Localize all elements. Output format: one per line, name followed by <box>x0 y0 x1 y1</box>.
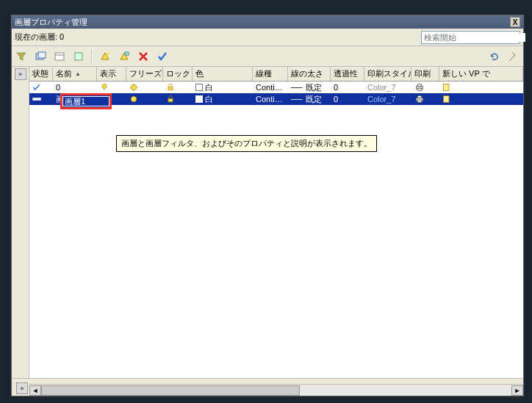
col-lineweight[interactable]: 線の太さ <box>288 67 331 81</box>
svg-rect-27 <box>417 96 421 98</box>
col-transparency[interactable]: 透過性 <box>331 67 364 81</box>
sort-asc-icon: ▲ <box>75 70 81 77</box>
col-linetype[interactable]: 線種 <box>253 67 288 81</box>
name-edit-input[interactable] <box>62 96 109 106</box>
plotstyle-cell[interactable]: Color_7 <box>364 95 411 104</box>
toolbar <box>12 46 523 67</box>
grid-body: 0 白 Conti… ──既定 0 Color_7 画層1 <box>29 81 523 378</box>
svg-point-7 <box>107 52 109 55</box>
freeze-cell[interactable] <box>126 83 163 92</box>
layer-filter-button[interactable] <box>72 50 85 63</box>
new-layer-button[interactable] <box>98 50 112 63</box>
titlebar: 画層プロパティ管理 X <box>12 15 523 29</box>
print-cell[interactable] <box>411 82 439 92</box>
svg-rect-16 <box>168 87 173 90</box>
color-name: 白 <box>205 94 213 105</box>
svg-rect-21 <box>33 98 41 101</box>
lock-cell[interactable] <box>163 83 193 92</box>
table-row[interactable]: 0 白 Conti… ──既定 0 Color_7 <box>29 81 523 93</box>
lw-label: 既定 <box>306 94 322 105</box>
col-newvp[interactable]: 新しい VP で <box>439 67 523 81</box>
col-color[interactable]: 色 <box>193 67 253 81</box>
freeze-cell[interactable] <box>126 95 163 104</box>
visible-cell[interactable] <box>97 83 126 92</box>
body: » 状態 名前▲ 表示 フリーズ ロック 色 線種 線の太さ 透過性 印刷スタイ… <box>12 67 523 378</box>
svg-rect-4 <box>55 53 64 60</box>
svg-point-9 <box>102 84 107 89</box>
name-edit-highlight <box>60 93 112 109</box>
color-cell[interactable]: 白 <box>193 82 253 93</box>
newvp-cell[interactable] <box>439 83 523 92</box>
linetype-cell[interactable]: Conti… <box>253 83 288 92</box>
lw-label: 既定 <box>306 82 322 93</box>
expand-footer-button[interactable]: » <box>16 382 28 394</box>
close-button[interactable]: X <box>510 17 520 27</box>
scroll-right-button[interactable]: ► <box>511 385 523 396</box>
svg-rect-25 <box>168 98 173 102</box>
new-group-button[interactable] <box>34 50 47 63</box>
horizontal-scrollbar[interactable]: ◄ ► <box>29 384 523 396</box>
svg-point-24 <box>131 96 137 102</box>
layer-properties-manager: 画層プロパティ管理 X 現在の画層: 0 » 状態 名前▲ 表示 <box>11 15 524 396</box>
layer-states-button[interactable] <box>53 50 66 63</box>
topbar: 現在の画層: 0 <box>12 29 523 46</box>
status-cell <box>29 95 53 104</box>
svg-rect-18 <box>417 84 421 87</box>
col-visible[interactable]: 表示 <box>97 67 126 81</box>
color-name: 白 <box>205 82 213 93</box>
transparency-cell[interactable]: 0 <box>331 83 364 92</box>
col-freeze[interactable]: フリーズ <box>126 67 163 81</box>
filter-column: » <box>12 67 29 378</box>
svg-rect-6 <box>75 53 82 60</box>
svg-rect-3 <box>38 52 46 58</box>
scroll-track[interactable] <box>41 385 511 396</box>
scroll-left-button[interactable]: ◄ <box>29 385 41 396</box>
window-title: 画層プロパティ管理 <box>15 17 87 28</box>
search-box[interactable] <box>421 31 520 44</box>
expand-filters-button[interactable]: » <box>15 68 26 80</box>
search-input[interactable] <box>424 33 525 42</box>
grid-header: 状態 名前▲ 表示 フリーズ ロック 色 線種 線の太さ 透過性 印刷スタイル … <box>29 67 523 81</box>
new-layer-vp-button[interactable] <box>118 50 131 63</box>
col-print[interactable]: 印刷 <box>411 67 439 81</box>
name-cell[interactable]: 0 <box>53 83 97 92</box>
col-name[interactable]: 名前▲ <box>53 67 97 81</box>
plotstyle-cell[interactable]: Color_7 <box>364 83 411 92</box>
col-lock[interactable]: ロック <box>163 67 193 81</box>
svg-rect-28 <box>417 101 421 103</box>
col-plotstyle[interactable]: 印刷スタイル <box>364 67 411 81</box>
svg-rect-29 <box>444 96 450 103</box>
linetype-cell[interactable]: Conti… <box>253 95 288 104</box>
print-cell[interactable] <box>411 94 439 104</box>
lock-cell[interactable] <box>163 95 193 104</box>
col-name-label: 名前 <box>56 68 72 79</box>
refresh-button[interactable] <box>488 50 501 63</box>
col-status[interactable]: 状態 <box>29 67 53 81</box>
current-layer-label: 現在の画層: 0 <box>15 32 64 43</box>
settings-button[interactable] <box>507 50 520 63</box>
newvp-cell[interactable] <box>439 95 523 104</box>
svg-rect-19 <box>417 89 421 91</box>
svg-point-11 <box>131 84 137 90</box>
svg-rect-8 <box>125 52 129 55</box>
layer-grid: 状態 名前▲ 表示 フリーズ ロック 色 線種 線の太さ 透過性 印刷スタイル … <box>29 67 523 378</box>
delete-layer-button[interactable] <box>137 50 150 63</box>
color-cell[interactable]: 白 <box>193 94 253 105</box>
lineweight-cell[interactable]: ──既定 <box>288 94 331 105</box>
transparency-cell[interactable]: 0 <box>331 95 364 104</box>
svg-rect-20 <box>444 84 450 91</box>
scroll-thumb[interactable] <box>41 385 300 396</box>
new-filter-button[interactable] <box>15 50 28 63</box>
set-current-button[interactable] <box>156 50 169 63</box>
separator <box>91 49 93 64</box>
tooltip: 画層と画層フィルタ、およびそのプロパティと説明が表示されます。 <box>116 135 377 152</box>
status-cell <box>29 83 53 92</box>
lineweight-cell[interactable]: ──既定 <box>288 82 331 93</box>
